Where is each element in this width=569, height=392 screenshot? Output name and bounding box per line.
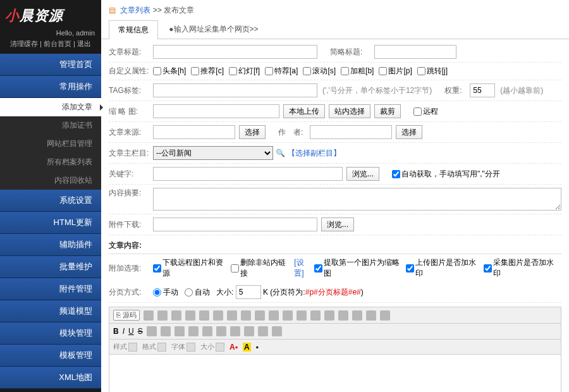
link-sub-column[interactable]: 【选择副栏目】: [288, 148, 341, 159]
ed-image-icon[interactable]: [297, 310, 307, 321]
btn-sel-source[interactable]: 选择: [239, 125, 266, 139]
input-author[interactable]: [310, 125, 392, 139]
nav-sys[interactable]: 系统设置: [0, 190, 101, 212]
ed-strike-icon[interactable]: S: [138, 327, 143, 336]
nav-sub-archives[interactable]: 所有档案列表: [0, 153, 101, 171]
ed-italic-icon[interactable]: I: [123, 327, 125, 336]
btn-browse-kw[interactable]: 浏览...: [346, 167, 379, 181]
nav-channel[interactable]: 频道模型: [0, 300, 101, 322]
chk-attr-a[interactable]: [265, 67, 273, 75]
ed-align-justify-icon[interactable]: [244, 326, 254, 336]
nav-home[interactable]: 管理首页: [0, 54, 101, 76]
nav-sub-add-cert[interactable]: 添加证书: [0, 116, 101, 135]
crumb-list[interactable]: 文章列表: [120, 6, 150, 15]
chk-first-thumb[interactable]: [314, 264, 322, 273]
chk-collect-wm[interactable]: [484, 264, 492, 273]
ed-unlink-icon[interactable]: [366, 310, 376, 321]
input-source[interactable]: [153, 125, 235, 139]
btn-upload-local[interactable]: 本地上传: [283, 104, 325, 118]
chk-del-extlink[interactable]: [231, 264, 239, 273]
ed-underline-icon[interactable]: U: [128, 327, 134, 336]
ed-pastetext-icon[interactable]: [213, 310, 223, 321]
ed-replace-icon[interactable]: [283, 310, 293, 321]
chk-attr-b[interactable]: [341, 67, 349, 75]
input-thumb[interactable]: [153, 104, 279, 118]
ed-attach-icon[interactable]: [324, 310, 334, 321]
input-keywords[interactable]: [153, 167, 343, 181]
link-clear-cache[interactable]: 清理缓存: [10, 40, 38, 47]
ed-maximize-icon[interactable]: [380, 310, 390, 321]
chk-attr-c[interactable]: [191, 67, 199, 75]
chk-attr-j[interactable]: [417, 67, 425, 75]
chk-attr-h[interactable]: [153, 67, 161, 75]
btn-sel-author[interactable]: 选择: [396, 125, 422, 139]
input-title[interactable]: [153, 45, 317, 59]
input-weight[interactable]: [470, 83, 495, 97]
ed-undo-icon[interactable]: [241, 310, 251, 321]
ed-align-right-icon[interactable]: [230, 326, 240, 336]
link-logout[interactable]: 退出: [77, 40, 91, 47]
ed-table-icon[interactable]: [338, 310, 348, 321]
input-tag[interactable]: [153, 83, 317, 97]
nav-html[interactable]: HTML更新: [0, 212, 101, 234]
ed-link-icon[interactable]: [352, 310, 362, 321]
ed-find-icon[interactable]: [269, 310, 279, 321]
ed-textcolor-icon[interactable]: A▪: [229, 343, 238, 352]
nav-sub-columns[interactable]: 网站栏目管理: [0, 135, 101, 153]
ed-copy-icon[interactable]: [185, 310, 195, 321]
ed-format-select[interactable]: 格式: [142, 342, 166, 352]
ed-bold-icon[interactable]: B: [113, 327, 119, 336]
editor-body[interactable]: [109, 355, 561, 392]
tab-general[interactable]: 常规信息: [109, 20, 158, 39]
link-frontend[interactable]: 前台首页: [44, 40, 71, 47]
nav-common[interactable]: 常用操作: [0, 76, 101, 98]
nav-xml[interactable]: XML地图: [0, 367, 101, 389]
ed-flash-icon[interactable]: [310, 310, 321, 321]
select-column[interactable]: --公司新闻: [153, 146, 273, 160]
ed-font-select[interactable]: 字体: [171, 342, 195, 352]
chk-upload-wm[interactable]: [406, 264, 414, 273]
magnify-icon[interactable]: 🔍: [276, 149, 285, 157]
ed-align-left-icon[interactable]: [202, 326, 212, 336]
ed-align-center-icon[interactable]: [216, 326, 226, 336]
input-attach[interactable]: [153, 217, 317, 231]
ed-paste-icon[interactable]: [199, 310, 209, 321]
ed-bgcolor-icon[interactable]: A: [243, 343, 251, 352]
btn-browse-attach[interactable]: 浏览...: [321, 217, 354, 231]
nav-sub-add-article[interactable]: 添加文章: [0, 98, 101, 116]
chk-auto-kw[interactable]: [392, 170, 400, 178]
btn-site-select[interactable]: 站内选择: [329, 104, 370, 118]
nav-batch[interactable]: 批量维护: [0, 256, 101, 278]
chk-attr-s[interactable]: [303, 67, 311, 75]
ed-pasteword-icon[interactable]: [227, 310, 237, 321]
ed-style-select[interactable]: 样式: [113, 342, 137, 352]
ed-size-select[interactable]: 大小: [200, 342, 224, 352]
nav-sub-recycle[interactable]: 内容回收站: [0, 171, 101, 190]
ed-redo-icon[interactable]: [255, 310, 265, 321]
ed-newpage-icon[interactable]: [144, 310, 154, 321]
input-page-size[interactable]: [236, 285, 261, 299]
nav-attach[interactable]: 附件管理: [0, 278, 101, 300]
radio-manual[interactable]: [153, 288, 161, 297]
ed-ol-icon[interactable]: [147, 326, 157, 336]
tab-url-collect[interactable]: ●输入网址采集单个网页>>: [162, 20, 264, 39]
nav-tpl[interactable]: 模板管理: [0, 345, 101, 367]
ed-super-icon[interactable]: [258, 326, 268, 336]
btn-crop[interactable]: 裁剪: [374, 104, 401, 118]
chk-attr-f[interactable]: [229, 67, 237, 75]
ed-sub-icon[interactable]: [272, 326, 282, 336]
textarea-desc[interactable]: [153, 188, 561, 211]
link-opt-set[interactable]: [设置]: [294, 257, 312, 279]
nav-module[interactable]: 模块管理: [0, 322, 101, 345]
chk-dl-remote[interactable]: [153, 264, 161, 273]
ed-ul-icon[interactable]: [161, 326, 171, 336]
input-short-title[interactable]: [374, 45, 456, 59]
radio-auto[interactable]: [185, 288, 193, 297]
chk-attr-p[interactable]: [379, 67, 387, 75]
ed-indent-icon[interactable]: [188, 326, 199, 336]
btn-source[interactable]: ⎘ 源码: [113, 310, 140, 321]
ed-cut-icon[interactable]: [171, 310, 181, 321]
nav-plugin[interactable]: 辅助插件: [0, 234, 101, 256]
ed-outdent-icon[interactable]: [174, 326, 185, 336]
ed-preview-icon[interactable]: [157, 310, 168, 321]
